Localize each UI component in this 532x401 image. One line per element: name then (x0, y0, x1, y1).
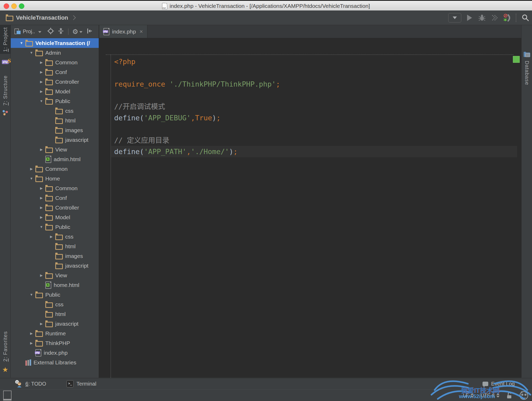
tree-item-html[interactable]: html (11, 241, 99, 251)
project-view-selector[interactable]: Proj.. (14, 29, 41, 35)
debug-button[interactable] (478, 13, 486, 22)
search-everywhere-button[interactable] (521, 13, 530, 22)
breadcrumb[interactable]: VehicleTransaction (6, 14, 75, 21)
tree-item-public[interactable]: ▼Public (11, 290, 99, 300)
code-line-9[interactable]: define('APP_PATH','./Home/'); (111, 146, 517, 157)
tree-item-common[interactable]: ▶Common (11, 164, 99, 174)
expand-arrow-icon[interactable]: ▼ (37, 99, 45, 103)
run-configuration-dropdown[interactable] (448, 13, 461, 22)
tree-item-css[interactable]: ▶css (11, 232, 99, 241)
tree-item-css[interactable]: css (11, 300, 99, 309)
code-line-6[interactable]: define('APP_DEBUG',True); (111, 112, 517, 123)
tab-index-php[interactable]: php index.php × (99, 25, 147, 38)
code-line-8[interactable]: // 定义应用目录 (111, 135, 517, 146)
zoom-button[interactable] (19, 3, 24, 9)
run-with-coverage-button[interactable] (490, 13, 499, 22)
expand-arrow-icon[interactable]: ▶ (37, 273, 45, 277)
code-line-4[interactable] (111, 90, 517, 101)
readonly-lock-toggle[interactable] (506, 392, 512, 399)
expand-arrow-icon[interactable]: ▶ (37, 196, 45, 200)
code-line-1[interactable]: <?php (111, 56, 517, 67)
tree-item-javascript[interactable]: javascript (11, 261, 99, 270)
tree-item-public[interactable]: ▼Public (11, 222, 99, 232)
expand-arrow-icon[interactable]: ▶ (37, 322, 45, 326)
tree-item-css[interactable]: css (11, 106, 99, 116)
toolwindow-button-terminal[interactable]: >_ Terminal (66, 380, 96, 387)
code-line-5[interactable]: //开启调试模式 (111, 101, 517, 112)
toolwindow-button-favorites[interactable]: 2: Favorites (0, 328, 10, 365)
expand-arrow-icon[interactable]: ▶ (47, 235, 55, 239)
tree-item-runtime[interactable]: ▶Runtime (11, 329, 99, 338)
locate-file-button[interactable] (47, 27, 54, 36)
structure-icon-button[interactable] (0, 108, 10, 117)
code-line-2[interactable] (111, 67, 517, 78)
expand-arrow-icon[interactable]: ▶ (37, 206, 45, 210)
toolwindow-button-php[interactable]: phpS (0, 57, 10, 67)
expand-arrow-icon[interactable]: ▼ (27, 293, 35, 297)
run-button[interactable] (465, 13, 474, 22)
code-line-7[interactable] (111, 123, 517, 135)
expand-arrow-icon[interactable]: ▶ (37, 186, 45, 190)
toolwindow-toggle-icon[interactable] (3, 391, 12, 400)
expand-arrow-icon[interactable]: ▶ (37, 215, 45, 219)
tree-item-common[interactable]: ▶Common (11, 183, 99, 193)
tree-item-conf[interactable]: ▶Conf (11, 193, 99, 203)
tree-item-home[interactable]: ▼Home (11, 174, 99, 183)
tree-item-label: css (65, 234, 74, 240)
expand-arrow-icon[interactable]: ▶ (37, 89, 45, 93)
close-tab-icon[interactable]: × (140, 28, 143, 35)
expand-arrow-icon[interactable]: ▼ (18, 41, 25, 45)
tree-item-html[interactable]: html (11, 116, 99, 125)
code-area[interactable]: <?phprequire_once './ThinkPHP/ThinkPHP.p… (111, 56, 517, 157)
expand-arrow-icon[interactable]: ▶ (27, 331, 35, 335)
tree-item-model[interactable]: ▶Model (11, 212, 99, 222)
tree-item-javascript[interactable]: ▶javascript (11, 319, 99, 329)
inspection-status-indicator[interactable] (513, 56, 520, 63)
line-ending-selector[interactable]: LF (463, 393, 474, 398)
toolwindow-button-structure[interactable]: 7: Structure (0, 74, 10, 108)
tree-item-home.html[interactable]: hhome.html (11, 280, 99, 290)
code-editor[interactable]: <?phprequire_once './ThinkPHP/ThinkPHP.p… (99, 38, 521, 378)
expand-arrow-icon[interactable]: ▼ (27, 177, 35, 180)
tree-item-html[interactable]: html (11, 309, 99, 319)
tree-item-images[interactable]: images (11, 251, 99, 261)
settings-button[interactable]: ⚙ (72, 28, 82, 35)
tree-item-conf[interactable]: ▶Conf (11, 67, 99, 77)
minimize-button[interactable] (11, 3, 17, 9)
expand-arrow-icon[interactable]: ▶ (37, 60, 45, 64)
tree-item-public[interactable]: ▼Public (11, 96, 99, 106)
tree-item-model[interactable]: ▶Model (11, 87, 99, 96)
tree-item-view[interactable]: ▶View (11, 145, 99, 154)
code-line-3[interactable]: require_once './ThinkPHP/ThinkPHP.php'; (111, 78, 517, 90)
toolwindow-button-event-log[interactable]: Event Log (483, 381, 515, 387)
encoding-selector[interactable]: UTF-8 (480, 393, 500, 398)
close-button[interactable] (4, 3, 9, 9)
expand-arrow-icon[interactable]: ▼ (37, 225, 45, 229)
favorites-star-button[interactable]: ★ (0, 365, 10, 374)
tree-item-javascript[interactable]: javascript (11, 135, 99, 145)
expand-arrow-icon[interactable]: ▶ (27, 167, 35, 171)
tree-item-external-libraries[interactable]: External Libraries (11, 358, 99, 367)
tree-item-controller[interactable]: ▶Controller (11, 203, 99, 212)
tree-item-controller[interactable]: ▶Controller (11, 77, 99, 87)
toolwindow-button-database[interactable]: Database (522, 51, 532, 130)
tree-item-admin[interactable]: ▼Admin (11, 48, 99, 58)
tree-item-vehicletransaction-[interactable]: ▼VehicleTransaction (/ (11, 38, 99, 48)
expand-arrow-icon[interactable]: ▶ (37, 148, 45, 151)
tree-item-thinkphp[interactable]: ▶ThinkPHP (11, 338, 99, 348)
collapse-all-button[interactable] (57, 27, 64, 36)
expand-arrow-icon[interactable]: ▶ (37, 80, 45, 84)
toolwindow-button-todo[interactable]: 6: TODO (15, 380, 46, 388)
breadcrumb-project[interactable]: VehicleTransaction (16, 14, 68, 21)
tree-item-images[interactable]: images (11, 125, 99, 135)
listen-debug-connections-button[interactable] (503, 13, 512, 22)
tree-item-index.php[interactable]: phpindex.php (11, 348, 99, 358)
tree-item-admin.html[interactable]: hadmin.html (11, 154, 99, 164)
hide-panel-button[interactable] (86, 27, 93, 36)
expand-arrow-icon[interactable]: ▼ (27, 51, 35, 55)
tree-item-view[interactable]: ▶View (11, 270, 99, 280)
expand-arrow-icon[interactable]: ▶ (27, 341, 35, 345)
toolwindow-button-project[interactable]: 1: Project (0, 25, 10, 54)
expand-arrow-icon[interactable]: ▶ (37, 70, 45, 74)
tree-item-common[interactable]: ▶Common (11, 58, 99, 67)
